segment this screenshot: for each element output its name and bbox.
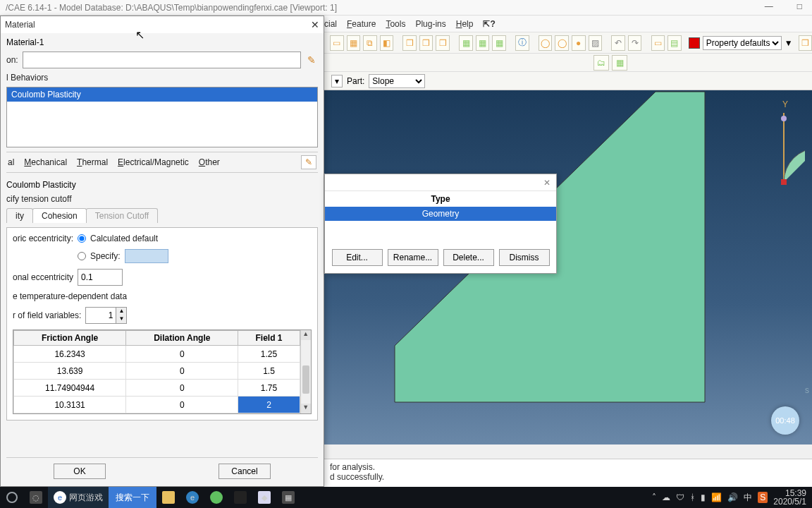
start-button[interactable] xyxy=(0,487,24,508)
col-field1: Field 1 xyxy=(238,331,300,346)
toolbar-icon-8[interactable]: ▦ xyxy=(459,35,473,51)
data-table[interactable]: Friction Angle Dilation Angle Field 1 16… xyxy=(13,329,312,414)
dropdown-arrow-icon[interactable]: ▾ xyxy=(331,75,343,87)
toolbar-icon-13[interactable]: ● xyxy=(572,35,586,51)
spin-up-icon[interactable]: ▲ xyxy=(116,308,126,315)
toolbar-icon-6[interactable]: ❒ xyxy=(419,35,433,51)
taskbar-terminal[interactable] xyxy=(228,487,252,508)
ok-button[interactable]: OK xyxy=(54,464,106,479)
toolbar-icon-4[interactable]: ◧ xyxy=(380,35,394,51)
taskbar: ◌ e网页游戏 搜索一下 e ◆ ▦ ˄ ☁ 🛡 ᚼ ▮ 📶 🔊 中 S 15:… xyxy=(0,487,812,508)
spin-down-icon[interactable]: ▼ xyxy=(116,315,126,323)
toolbar-icon-17[interactable]: ❒ xyxy=(799,35,812,51)
toolbar-icon-3[interactable]: ⧉ xyxy=(363,35,377,51)
toolbar-icon-11[interactable]: ◯ xyxy=(539,35,553,51)
geometry-row[interactable]: Geometry xyxy=(325,207,556,221)
toolbar-icon-10[interactable]: ▦ xyxy=(492,35,506,51)
tab-general[interactable]: al xyxy=(8,157,14,167)
meridional-ecc-label: onal eccentricity xyxy=(13,272,73,282)
color-swatch-icon[interactable] xyxy=(689,37,700,49)
toolbar-icon-5[interactable]: ❒ xyxy=(402,35,417,51)
taskbar-app[interactable]: ▦ xyxy=(276,487,300,508)
suboptions-icon[interactable]: ✎ xyxy=(301,155,316,169)
toolbar-icon-2[interactable]: ▦ xyxy=(347,35,361,51)
cancel-button[interactable]: Cancel xyxy=(219,464,271,479)
cortana-icon[interactable]: ◌ xyxy=(24,487,48,508)
menu-feature[interactable]: FFeatureeature xyxy=(347,19,376,29)
close-icon[interactable]: ✕ xyxy=(543,178,550,188)
menu-help[interactable]: Help xyxy=(456,19,474,29)
taskbar-explorer[interactable] xyxy=(156,487,180,508)
view-triad[interactable]: Y xyxy=(756,97,805,191)
dismiss-button[interactable]: Dismiss xyxy=(499,249,550,266)
ecc-specify-label[interactable]: Specify: xyxy=(90,251,121,261)
menu-special[interactable]: cial xyxy=(324,19,337,29)
dropdown-icon[interactable]: ▼ xyxy=(785,38,793,48)
material-dialog-title: Material xyxy=(5,20,35,30)
description-input[interactable] xyxy=(23,52,301,68)
ecc-calculated-radio[interactable] xyxy=(78,234,86,243)
edit-button[interactable]: Edit... xyxy=(332,249,383,266)
tree-icon[interactable]: 🗂 xyxy=(593,55,609,71)
tab-electrical[interactable]: Electrical/Magnetic xyxy=(118,157,189,167)
redo-icon[interactable]: ↷ xyxy=(628,35,642,51)
scroll-thumb[interactable] xyxy=(302,365,309,394)
whats-this-icon[interactable]: ⇱? xyxy=(483,19,495,29)
menu-plugins[interactable]: Plug-ins xyxy=(415,19,445,29)
subtab-plasticity[interactable]: ity xyxy=(6,208,33,223)
tab-other[interactable]: Other xyxy=(199,157,220,167)
taskbar-clock[interactable]: 15:39 2020/5/1 xyxy=(773,489,806,506)
menu-tools[interactable]: Tools xyxy=(386,19,405,29)
render-style-select[interactable]: Property defaults xyxy=(703,36,782,50)
field-vars-input[interactable] xyxy=(85,307,116,324)
toolbar-icon-12[interactable]: ◯ xyxy=(555,35,569,51)
close-icon[interactable]: ✕ xyxy=(311,19,319,30)
toolbar-icon-9[interactable]: ▦ xyxy=(476,35,490,51)
taskbar-edge[interactable]: e xyxy=(180,487,204,508)
table-icon[interactable]: ▦ xyxy=(612,55,627,71)
part-select[interactable]: Slope xyxy=(369,74,425,88)
temp-dependent-checkbox-label[interactable]: e temperature-dependent data xyxy=(13,291,127,301)
tension-cutoff-checkbox-label[interactable]: cify tension cutoff xyxy=(6,194,72,204)
tray-battery-icon[interactable]: ▮ xyxy=(701,492,706,502)
ecc-calculated-label[interactable]: Calculated default xyxy=(90,234,158,243)
table-scrollbar[interactable]: ▲ ▼ xyxy=(300,330,311,413)
behavior-item-coulomb[interactable]: Coulomb Plasticity xyxy=(7,87,317,102)
tray-icon[interactable]: ☁ xyxy=(662,492,670,502)
col-dilation: Dilation Angle xyxy=(126,331,238,346)
svg-point-2 xyxy=(781,116,787,121)
behaviors-list[interactable]: Coulomb Plasticity xyxy=(6,87,318,147)
toolbar-icon-1[interactable]: ▭ xyxy=(330,35,344,51)
tray-volume-icon[interactable]: 🔊 xyxy=(727,492,738,502)
tray-shield-icon[interactable]: 🛡 xyxy=(676,492,684,502)
toolbar-icon-15[interactable]: ▭ xyxy=(651,35,665,51)
tab-thermal[interactable]: Thermal xyxy=(77,157,108,167)
taskbar-search[interactable]: 搜索一下 xyxy=(109,487,156,508)
minimize-button[interactable]: — xyxy=(758,0,780,13)
taskbar-abaqus[interactable]: ◆ xyxy=(252,487,276,508)
tray-sogou-icon[interactable]: S xyxy=(758,492,768,503)
ecc-specify-radio[interactable] xyxy=(78,252,86,260)
taskbar-ie[interactable]: e网页游戏 xyxy=(48,487,109,508)
scroll-down-icon[interactable]: ▼ xyxy=(301,404,311,413)
meridional-ecc-input[interactable] xyxy=(78,269,123,286)
edit-description-icon[interactable]: ✎ xyxy=(305,54,318,66)
tray-ime[interactable]: 中 xyxy=(744,492,752,504)
toolbar-icon-14[interactable]: ▨ xyxy=(589,35,603,51)
tray-bt-icon[interactable]: ᚼ xyxy=(690,492,695,502)
info-icon[interactable]: ⓘ xyxy=(515,35,529,51)
toolbar-icon-16[interactable]: ▤ xyxy=(668,35,682,51)
tray-wifi-icon[interactable]: 📶 xyxy=(711,492,722,502)
toolbar-icon-7[interactable]: ❒ xyxy=(436,35,450,51)
tab-mechanical[interactable]: Mechanical xyxy=(24,157,67,167)
subtab-cohesion[interactable]: Cohesion xyxy=(32,208,87,223)
scroll-up-icon[interactable]: ▲ xyxy=(301,330,311,340)
tray-up-icon[interactable]: ˄ xyxy=(652,492,656,502)
undo-icon[interactable]: ↶ xyxy=(611,35,625,51)
col-friction: Friction Angle xyxy=(14,331,126,346)
taskbar-browser[interactable] xyxy=(204,487,228,508)
maximize-button[interactable]: □ xyxy=(790,0,809,13)
rename-button[interactable]: Rename... xyxy=(388,249,438,266)
delete-button[interactable]: Delete... xyxy=(443,249,494,266)
section-title: Coulomb Plasticity xyxy=(6,177,318,190)
